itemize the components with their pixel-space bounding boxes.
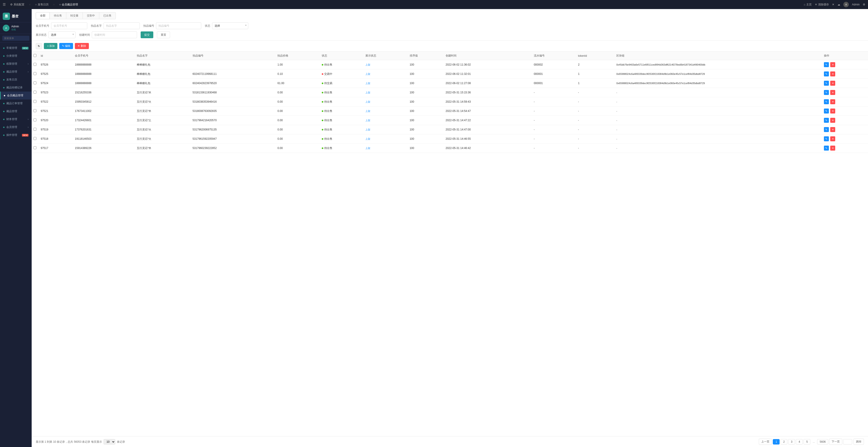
page-1-button[interactable]: 1: [773, 439, 780, 445]
display-tag[interactable]: 上架: [365, 100, 370, 103]
hamburger-icon[interactable]: ☰: [3, 2, 6, 6]
row-edit-button[interactable]: ✎: [824, 136, 829, 141]
page-last-button[interactable]: 5606: [817, 439, 828, 445]
cell-token-id: -: [576, 143, 615, 153]
row-checkbox[interactable]: [33, 128, 36, 131]
status-select[interactable]: 选择 待出售 交易中 已出售: [212, 22, 248, 29]
row-delete-button[interactable]: ✕: [830, 118, 835, 123]
page-4-button[interactable]: 4: [796, 439, 803, 445]
row-delete-button[interactable]: ✕: [830, 90, 835, 95]
prev-page-button[interactable]: 上一页: [759, 439, 772, 445]
row-delete-button[interactable]: ✕: [830, 108, 835, 114]
display-tag[interactable]: 上架: [365, 128, 370, 131]
cell-sort: 100: [408, 97, 444, 106]
sidebar-item-sale-calendar[interactable]: 发售日历: [0, 76, 32, 84]
tab-pending-sale[interactable]: 待出售: [50, 12, 66, 19]
row-checkbox[interactable]: [33, 63, 36, 66]
display-tag[interactable]: 上架: [365, 137, 370, 140]
row-delete-button[interactable]: ✕: [830, 71, 835, 76]
row-edit-button[interactable]: ✎: [824, 90, 829, 95]
nav-item-calendar[interactable]: ○ 发售日历: [35, 3, 49, 6]
sidebar-item-permission[interactable]: 权限管理 ›: [0, 60, 32, 68]
auction-name-input[interactable]: [103, 22, 140, 29]
cell-status: 待出售: [320, 88, 364, 97]
sidebar-item-regular[interactable]: 常规管理 NEW: [0, 44, 32, 52]
nav-item-member-collection[interactable]: ○ 会员藏品管理: [59, 3, 78, 6]
search-input[interactable]: [2, 36, 29, 41]
page-2-button[interactable]: 2: [780, 439, 787, 445]
sidebar-item-collection-order[interactable]: 藏品订单管理: [0, 99, 32, 107]
per-page-select[interactable]: 10 20 50: [103, 439, 115, 445]
home-action[interactable]: ⌂ 主页: [804, 3, 812, 6]
page-3-button[interactable]: 3: [788, 439, 795, 445]
sidebar-item-transfer-record[interactable]: 藏品转赠记录: [0, 84, 32, 92]
row-checkbox[interactable]: [33, 146, 36, 149]
display-tag[interactable]: 上架: [365, 91, 370, 94]
sidebar-item-collection2[interactable]: 藏品管理: [0, 107, 32, 115]
sidebar-item-plugin[interactable]: 插件管理 NEW: [0, 131, 32, 139]
cloud-icon[interactable]: ☁: [837, 3, 840, 6]
select-all-checkbox[interactable]: [33, 54, 36, 57]
page-5-button[interactable]: 5: [804, 439, 810, 445]
reset-button[interactable]: 重置: [157, 31, 170, 38]
sidebar-item-member-collection[interactable]: 会员藏品管理: [0, 92, 32, 99]
display-status-select[interactable]: 选择 上架 下架: [49, 31, 75, 38]
row-checkbox[interactable]: [33, 100, 36, 103]
row-edit-button[interactable]: ✎: [824, 62, 829, 67]
row-delete-button[interactable]: ✕: [830, 127, 835, 132]
row-edit-button[interactable]: ✎: [824, 108, 829, 114]
created-time-input[interactable]: [92, 31, 137, 38]
edit-button[interactable]: ✎ 编辑: [59, 43, 73, 49]
row-edit-button[interactable]: ✎: [824, 118, 829, 123]
sidebar-item-finance[interactable]: 财务管理 ›: [0, 115, 32, 123]
display-tag[interactable]: 上架: [365, 72, 370, 75]
sidebar-item-member[interactable]: 会员管理 ›: [0, 123, 32, 131]
display-tag[interactable]: 上架: [365, 110, 370, 113]
row-edit-button[interactable]: ✎: [824, 127, 829, 132]
close-icon[interactable]: ✕: [832, 3, 834, 6]
row-checkbox[interactable]: [33, 82, 36, 84]
row-checkbox[interactable]: [33, 72, 36, 75]
clear-cache-action[interactable]: ✕ 清除缓存: [815, 3, 829, 6]
row-delete-button[interactable]: ✕: [830, 136, 835, 141]
tab-sold[interactable]: 已出售: [99, 12, 116, 19]
row-edit-button[interactable]: ✎: [824, 99, 829, 104]
cell-sort: 100: [408, 60, 444, 69]
submit-button[interactable]: 提交: [141, 31, 153, 38]
add-button[interactable]: ＋添加: [44, 43, 57, 49]
display-tag[interactable]: 上架: [365, 63, 370, 66]
tab-transfer[interactable]: 转交量: [66, 12, 83, 19]
settings-icon[interactable]: ⚙: [863, 3, 865, 6]
delete-button[interactable]: ✕ 删除: [75, 43, 89, 49]
row-delete-button[interactable]: ✕: [830, 81, 835, 86]
row-checkbox[interactable]: [33, 119, 36, 121]
page-jump-input[interactable]: [843, 439, 852, 445]
display-tag[interactable]: 上架: [365, 147, 370, 150]
row-delete-button[interactable]: ✕: [830, 99, 835, 104]
cell-price: 61.00: [276, 79, 320, 88]
display-tag[interactable]: 上架: [365, 82, 370, 85]
row-edit-button[interactable]: ✎: [824, 81, 829, 86]
nav-sep-2: ○: [53, 3, 55, 6]
row-edit-button[interactable]: ✎: [824, 146, 829, 151]
tab-all[interactable]: 全部: [36, 12, 50, 19]
cell-flow-no: 000002: [532, 60, 576, 69]
sidebar-item-collection[interactable]: 藏品管理 ›: [0, 68, 32, 76]
main-content: 全部 待出售 转交量 交割中 已出售 会员手机号 拍品名字 拍品编号: [32, 9, 868, 447]
phone-input[interactable]: [51, 22, 87, 29]
row-checkbox[interactable]: [33, 137, 36, 140]
jump-button[interactable]: 跳转: [854, 439, 864, 445]
row-delete-button[interactable]: ✕: [830, 62, 835, 67]
refresh-button[interactable]: ↻: [36, 43, 42, 49]
next-page-button[interactable]: 下一页: [829, 439, 842, 445]
tab-delivering[interactable]: 交割中: [83, 12, 99, 19]
status-dot-icon: [322, 110, 323, 112]
row-checkbox[interactable]: [33, 109, 36, 112]
auction-no-input[interactable]: [156, 22, 201, 29]
row-edit-button[interactable]: ✎: [824, 71, 829, 76]
row-checkbox[interactable]: [33, 91, 36, 94]
display-tag[interactable]: 上架: [365, 119, 370, 122]
nav-item-system[interactable]: ⚙ 系统配置: [10, 3, 24, 6]
sidebar-item-category[interactable]: 分类管理: [0, 52, 32, 60]
row-delete-button[interactable]: ✕: [830, 146, 835, 151]
